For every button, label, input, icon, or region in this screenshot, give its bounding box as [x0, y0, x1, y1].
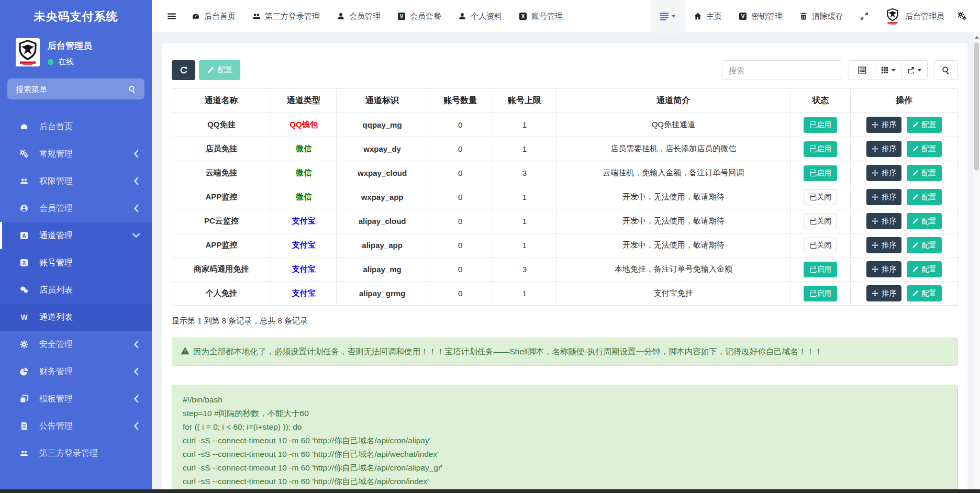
channel-name-cell: QQ免挂	[172, 113, 271, 137]
eagle-logo-icon	[17, 39, 39, 65]
table-row[interactable]: PC云监控 支付宝 alipay_cloud 0 1 开发中，无法使用，敬请期待…	[172, 209, 958, 233]
sort-button[interactable]: 排序	[866, 189, 901, 205]
sidebar-item-channels[interactable]: 通道管理	[0, 222, 152, 249]
status-badge[interactable]: 已启用	[804, 141, 837, 157]
tab-dashboard[interactable]: 后台首页	[183, 0, 244, 33]
secret-key-link[interactable]: 密钥管理	[730, 0, 791, 33]
account-limit-cell: 3	[493, 161, 556, 185]
scroll-up-arrow-icon[interactable]	[975, 36, 979, 39]
sidebar-toggle-button[interactable]	[160, 0, 183, 33]
channel-name-cell: 个人免挂	[172, 282, 271, 306]
row-config-button[interactable]: 配置	[907, 237, 942, 253]
sort-button[interactable]: 排序	[866, 141, 901, 157]
status-badge[interactable]: 已关闭	[804, 238, 837, 253]
config-button[interactable]: 配置	[199, 60, 240, 80]
sidebar-item-dashboard[interactable]: 后台首页	[0, 113, 152, 140]
chevron-left-icon	[132, 340, 140, 349]
clear-cache-link[interactable]: 清除缓存	[791, 0, 852, 33]
sidebar-item-channel-list[interactable]: 通道列表	[0, 304, 152, 331]
bottom-scrollbar[interactable]	[0, 489, 980, 493]
status-badge[interactable]: 已启用	[804, 262, 837, 277]
scrollbar-thumb[interactable]	[974, 42, 979, 171]
table-row[interactable]: 个人免挂 支付宝 alipay_grmg 0 1 支付宝免挂 已启用 排序 配置	[172, 282, 958, 306]
pencil-icon	[912, 121, 919, 128]
sort-button[interactable]: 排序	[866, 285, 901, 301]
row-config-button[interactable]: 配置	[907, 213, 942, 229]
sidebar-item-finance[interactable]: 财务管理	[0, 358, 152, 385]
sort-button[interactable]: 排序	[866, 117, 901, 133]
column-header[interactable]: 通道标识	[337, 89, 428, 113]
sort-button[interactable]: 排序	[866, 237, 901, 253]
column-header[interactable]: 通道简介	[556, 89, 790, 113]
export-button[interactable]	[901, 60, 928, 80]
table-row[interactable]: 云端免挂 微信 wxpay_cloud 0 3 云端挂机，免输入金额，备注订单号…	[172, 161, 958, 185]
vertical-scrollbar[interactable]	[973, 33, 980, 489]
tab-members[interactable]: 会员管理	[328, 0, 389, 33]
table-row[interactable]: APP监控 微信 wxpay_app 0 1 开发中，无法使用，敬请期待 已关闭…	[172, 185, 958, 209]
refresh-button[interactable]	[172, 60, 195, 80]
channel-code-cell: wxpay_app	[337, 185, 428, 209]
tab-thirdparty-login[interactable]: 第三方登录管理	[244, 0, 328, 33]
row-config-button[interactable]: 配置	[907, 141, 942, 157]
column-header[interactable]: 通道名称	[172, 89, 271, 113]
sidebar-item-general[interactable]: 常规管理	[0, 140, 152, 167]
sidebar-search-input[interactable]	[16, 85, 128, 94]
chevron-left-icon	[132, 395, 140, 403]
table-row[interactable]: 店员免挂 微信 wxpay_dy 0 1 店员需要挂机，店长添加店员的微信 已启…	[172, 137, 958, 161]
sidebar-item-accounts[interactable]: 账号管理	[0, 249, 152, 276]
hamburger-icon	[168, 12, 176, 20]
sidebar-item-security[interactable]: 安全管理	[0, 331, 152, 358]
status-cell: 已关闭	[790, 233, 851, 257]
actions-cell: 排序 配置	[851, 161, 958, 185]
sidebar-item-members[interactable]: 会员管理	[0, 195, 152, 222]
search-toggle-button[interactable]	[934, 60, 958, 80]
tab-profile[interactable]: 个人资料	[450, 0, 510, 33]
status-cell: 已启用	[790, 113, 851, 137]
account-count-cell: 0	[428, 113, 493, 137]
tab-accounts[interactable]: 账号管理	[510, 0, 571, 33]
sidebar-item-templates[interactable]: 模板管理	[0, 385, 152, 412]
column-header[interactable]: 操作	[851, 89, 958, 113]
sort-button[interactable]: 排序	[866, 261, 901, 277]
table-search-input[interactable]	[722, 60, 841, 80]
sidebar-item-announcements[interactable]: 公告管理	[0, 412, 152, 440]
column-header[interactable]: 通道类型	[271, 89, 337, 113]
status-badge[interactable]: 已关闭	[804, 214, 837, 229]
row-config-button[interactable]: 配置	[907, 285, 942, 301]
sidebar-item-clerk-list[interactable]: 店员列表	[0, 276, 152, 304]
row-config-button[interactable]: 配置	[907, 117, 942, 133]
row-config-button[interactable]: 配置	[907, 261, 942, 277]
move-icon	[872, 218, 878, 225]
status-badge[interactable]: 已启用	[804, 117, 837, 133]
home-link[interactable]: 主页	[685, 0, 730, 33]
fullscreen-button[interactable]	[852, 0, 877, 33]
tabs-dropdown-button[interactable]	[651, 0, 685, 33]
detail-view-button[interactable]	[849, 60, 875, 80]
status-cell: 已关闭	[790, 209, 851, 233]
row-config-button[interactable]: 配置	[907, 165, 942, 181]
sidebar-item-permissions[interactable]: 权限管理	[0, 167, 152, 195]
status-badge[interactable]: 已启用	[804, 165, 837, 181]
table-row[interactable]: 商家码通用免挂 支付宝 alipay_mg 0 3 本地免挂，备注订单号免输入金…	[172, 257, 958, 282]
expand-icon	[860, 12, 868, 20]
tab-member-packages[interactable]: 会员套餐	[389, 0, 450, 33]
sort-button[interactable]: 排序	[866, 213, 901, 229]
account-limit-cell: 1	[493, 233, 556, 257]
columns-button[interactable]	[875, 60, 901, 80]
sidebar-item-thirdparty-login[interactable]: 第三方登录管理	[0, 440, 152, 467]
sidebar-search[interactable]	[7, 79, 144, 99]
navbar-user-menu[interactable]: 后台管理员	[877, 0, 953, 33]
grid-icon	[881, 66, 888, 74]
status-badge[interactable]: 已关闭	[804, 189, 837, 205]
channel-desc-cell: 店员需要挂机，店长添加店员的微信	[556, 137, 790, 161]
avatar[interactable]	[16, 38, 40, 66]
sort-button[interactable]: 排序	[866, 165, 901, 181]
column-header[interactable]: 状态	[790, 89, 851, 113]
column-header[interactable]: 账号数量	[428, 89, 493, 113]
table-row[interactable]: QQ免挂 QQ钱包 qqpay_mg 0 1 QQ免挂通道 已启用 排序 配置	[172, 113, 958, 137]
table-row[interactable]: APP监控 支付宝 alipay_app 0 1 开发中，无法使用，敬请期待 已…	[172, 233, 958, 257]
settings-button[interactable]	[953, 0, 972, 33]
status-badge[interactable]: 已启用	[804, 286, 837, 301]
column-header[interactable]: 账号上限	[493, 89, 556, 113]
row-config-button[interactable]: 配置	[907, 189, 942, 205]
